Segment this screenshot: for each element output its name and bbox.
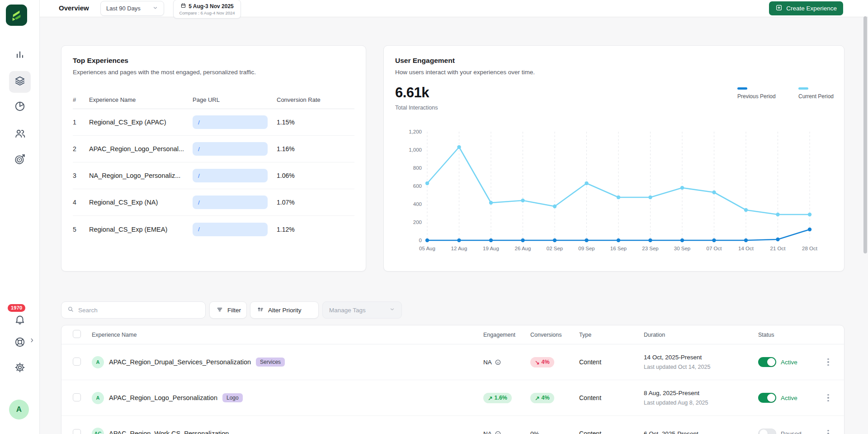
main-content: Top Experiences Experiences and pages wi… (40, 17, 868, 434)
alter-priority-button[interactable]: Alter Priority (250, 301, 319, 319)
page-url-pill[interactable]: / (193, 223, 268, 236)
status-label: Active (781, 359, 797, 366)
top-experience-row: 2 APAC_Region_Logo_Personal... / 1.16% (73, 136, 354, 162)
vertical-scrollbar[interactable] (863, 16, 867, 253)
search-input[interactable] (78, 307, 200, 314)
trend-arrow-icon: ↗ (535, 395, 539, 401)
svg-text:05 Aug: 05 Aug (419, 246, 435, 251)
sidebar-item-goals[interactable] (9, 149, 31, 171)
duration-updated: Last updated Aug 8, 2025 (644, 400, 758, 406)
col-duration: Duration (644, 332, 758, 338)
row-menu-icon[interactable] (824, 357, 833, 368)
experience-name: APAC_Region_Logo_Personal... (89, 145, 193, 153)
svg-text:30 Sep: 30 Sep (674, 246, 690, 251)
status-toggle[interactable] (758, 429, 776, 434)
legend-label: Current Period (798, 93, 834, 100)
trend-pill: ↗4% (530, 393, 554, 403)
page-url-pill[interactable]: / (193, 142, 268, 156)
top-experience-row: 5 Regional_CS_Exp (EMEA) / 1.12% (73, 216, 354, 243)
card-subtitle: How users interact with your experiences… (395, 69, 833, 76)
col-experience-name: Experience Name (89, 96, 193, 103)
experience-name[interactable]: APAC_Region_Drupal_Services_Personalizat… (109, 358, 251, 366)
engagement-chart: 02004006008001,0001,20005 Aug12 Aug19 Au… (404, 128, 842, 257)
experience-name[interactable]: APAC_Region_Work CS_Personalization (109, 430, 229, 434)
trend-pill: ↘4% (530, 357, 554, 367)
card-title: Top Experiences (73, 57, 354, 65)
experience-table-row: A APAC_Region_Logo_Personalization Logo … (61, 380, 844, 416)
status-toggle[interactable] (758, 393, 776, 403)
bar-chart-icon (14, 49, 26, 62)
info-icon (495, 359, 501, 366)
svg-text:09 Sep: 09 Sep (578, 246, 594, 251)
user-avatar[interactable]: A (9, 400, 29, 420)
settings-button[interactable] (9, 358, 31, 379)
experiences-table: Experience Name Engagement Conversions T… (61, 325, 844, 434)
alter-priority-label: Alter Priority (268, 307, 302, 314)
experiences-table-header: Experience Name Engagement Conversions T… (61, 325, 844, 344)
experience-table-row: AC APAC_Region_Work CS_Personalization N… (61, 416, 844, 434)
sidebar-item-audiences[interactable] (9, 124, 31, 146)
col-experience-name: Experience Name (92, 332, 483, 338)
total-interactions-label: Total Interactions (395, 105, 438, 111)
manage-tags-dropdown[interactable]: Manage Tags (322, 301, 402, 319)
pie-chart-icon (14, 100, 26, 114)
row-checkbox[interactable] (73, 393, 81, 401)
sidebar-item-analytics[interactable] (9, 45, 31, 67)
svg-text:19 Aug: 19 Aug (483, 246, 499, 251)
trend-arrow-icon: ↘ (535, 359, 539, 366)
notifications-button[interactable] (9, 310, 31, 331)
date-range-dropdown[interactable]: Last 90 Days (100, 1, 164, 16)
calendar-icon (180, 3, 186, 10)
legend-label: Previous Period (737, 93, 776, 100)
duration-range: 6 Oct, 2025-Present (644, 430, 758, 434)
experience-type: Content (579, 394, 644, 401)
row-menu-icon[interactable] (824, 392, 833, 404)
page-url-pill[interactable]: / (193, 115, 268, 129)
col-page-url: Page URL (193, 96, 277, 103)
legend-dash (737, 87, 747, 90)
svg-text:16 Sep: 16 Sep (610, 246, 627, 251)
svg-text:1,000: 1,000 (409, 147, 422, 153)
sidebar-item-experiences[interactable] (9, 71, 31, 93)
engagement-cell: NA (483, 430, 530, 434)
compare-date-picker[interactable]: 5 Aug-3 Nov 2025 Compare : 6 Aug-4 Nov 2… (173, 0, 241, 19)
create-experience-button[interactable]: Create Experience (769, 1, 843, 15)
svg-text:800: 800 (413, 165, 422, 171)
trend-arrow-icon: ↗ (488, 395, 492, 401)
status-toggle[interactable] (758, 357, 776, 367)
experience-name: Regional_CS_Exp (APAC) (89, 119, 193, 126)
experience-name: NA_Region_Logo_Personaliz... (89, 172, 193, 179)
duration-range: 14 Oct, 2025-Present (644, 354, 758, 361)
sidebar: 1970 A (0, 0, 40, 434)
app-logo[interactable] (6, 5, 27, 26)
row-menu-icon[interactable] (824, 428, 833, 434)
chevron-down-icon (152, 5, 158, 12)
experience-type: Content (579, 430, 644, 434)
sidebar-item-reports[interactable] (9, 96, 31, 118)
select-all-checkbox[interactable] (73, 330, 81, 338)
experience-name[interactable]: APAC_Region_Logo_Personalization (109, 394, 217, 401)
filter-button[interactable]: Filter (209, 301, 247, 319)
col-conversions: Conversions (530, 332, 579, 338)
experience-table-row: A APAC_Region_Drupal_Services_Personaliz… (61, 344, 844, 380)
filter-icon (216, 306, 223, 315)
page-url-pill[interactable]: / (193, 169, 268, 182)
page-url-pill[interactable]: / (193, 196, 268, 209)
date-range-label: Last 90 Days (106, 5, 141, 12)
help-button[interactable] (9, 332, 31, 354)
experience-tag: Logo (222, 393, 243, 402)
topbar: Overview Last 90 Days 5 Aug-3 Nov 2025 C… (40, 0, 868, 17)
search-box[interactable] (61, 301, 206, 319)
duration-range: 8 Aug, 2025-Present (644, 390, 758, 396)
duration-updated: Last updated Oct 14, 2025 (644, 364, 758, 370)
col-engagement: Engagement (483, 332, 530, 338)
row-checkbox[interactable] (73, 358, 81, 366)
svg-text:1,200: 1,200 (409, 129, 422, 134)
life-buoy-icon (14, 336, 26, 350)
compare-range: Compare : 6 Aug-4 Nov 2024 (179, 10, 235, 15)
experience-avatar: AC (92, 428, 104, 434)
conversions-cell: ↗4% (530, 393, 579, 403)
row-checkbox[interactable] (73, 429, 81, 434)
metric-value: 4% (541, 395, 549, 401)
metric-value: 1.6% (494, 395, 507, 401)
